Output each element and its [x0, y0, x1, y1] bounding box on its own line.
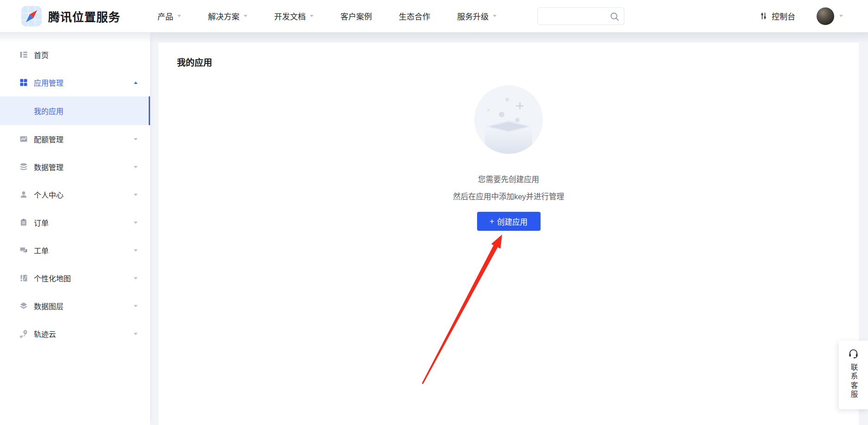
order-icon: [19, 218, 28, 227]
avatar-chevron-down-icon[interactable]: [839, 15, 843, 17]
chevron-down-icon: [134, 222, 138, 224]
chevron-down-icon: [177, 15, 181, 17]
deco-plus-icon: [516, 102, 523, 109]
sidebar-item-track-cloud[interactable]: 轨迹云: [0, 320, 150, 348]
sidebar-item-orders[interactable]: 订单: [0, 209, 150, 236]
search-icon[interactable]: [610, 12, 620, 22]
empty-state: 您需要先创建应用 然后在应用中添加key并进行管理 + 创建应用: [158, 85, 859, 231]
brand-title: 腾讯位置服务: [48, 8, 120, 25]
home-icon: [19, 51, 28, 59]
deco-dot: [499, 112, 504, 117]
chevron-down-icon: [493, 15, 497, 17]
brand-logo[interactable]: 腾讯位置服务: [21, 6, 120, 26]
empty-state-text-2: 然后在应用中添加key并进行管理: [453, 190, 564, 202]
sidebar-item-custom-map[interactable]: 个性化地图: [0, 264, 150, 292]
empty-box-illustration: [474, 85, 543, 154]
chevron-down-icon: [134, 166, 138, 168]
deco-dot: [505, 98, 509, 101]
console-label: 控制台: [772, 10, 795, 22]
sidebar: 首页 应用管理 我的应用 配额管理: [0, 32, 150, 425]
page-content: 首页 应用管理 我的应用 配额管理: [0, 32, 868, 425]
console-link[interactable]: 控制台: [760, 10, 795, 22]
sidebar-item-app-management[interactable]: 应用管理: [0, 69, 150, 96]
chevron-down-icon: [244, 15, 247, 17]
ticket-icon: [19, 246, 28, 254]
nav-item-ecosystem[interactable]: 生态合作: [399, 10, 430, 22]
chevron-up-icon: [134, 82, 138, 84]
sidebar-item-home[interactable]: 首页: [0, 41, 150, 69]
custom-map-icon: [19, 274, 28, 282]
plus-icon: +: [490, 217, 494, 226]
contact-support-widget[interactable]: 联系客服: [839, 341, 868, 409]
track-pin-icon: [19, 330, 28, 338]
person-icon: [19, 190, 28, 199]
chevron-down-icon: [310, 15, 314, 17]
layers-icon: [19, 302, 28, 310]
empty-state-text-1: 您需要先创建应用: [478, 173, 539, 184]
apps-icon: [19, 78, 28, 87]
main-panel: 我的应用 您需要先创建应用: [158, 43, 859, 425]
sidebar-item-quota[interactable]: 配额管理: [0, 125, 150, 153]
database-icon: [19, 163, 28, 171]
sidebar-item-personal-center[interactable]: 个人中心: [0, 181, 150, 209]
user-avatar[interactable]: [817, 7, 834, 25]
nav-item-products[interactable]: 产品: [157, 10, 181, 22]
header-search: [537, 7, 624, 25]
nav-item-docs[interactable]: 开发文档: [274, 10, 314, 22]
headset-icon: [848, 348, 859, 359]
chevron-down-icon: [134, 333, 138, 335]
deco-dot: [487, 109, 490, 111]
sidebar-item-data-management[interactable]: 数据管理: [0, 153, 150, 181]
chevron-down-icon: [134, 194, 138, 196]
chevron-down-icon: [134, 305, 138, 307]
quota-chart-icon: [19, 135, 28, 143]
page-title: 我的应用: [177, 56, 212, 68]
compass-logo-icon: [21, 6, 42, 26]
primary-nav: 产品 解决方案 开发文档 客户案例 生态合作 服务升级: [157, 10, 523, 22]
nav-item-cases[interactable]: 客户案例: [340, 10, 372, 22]
sliders-icon: [760, 12, 767, 20]
chevron-down-icon: [134, 249, 138, 252]
create-app-button[interactable]: + 创建应用: [477, 212, 541, 231]
sidebar-subitem-my-apps[interactable]: 我的应用: [0, 96, 150, 125]
deco-dot: [515, 118, 520, 122]
top-navbar: 腾讯位置服务 产品 解决方案 开发文档 客户案例 生态合作 服务升级: [0, 0, 868, 32]
create-app-button-label: 创建应用: [497, 216, 528, 227]
sidebar-item-tickets[interactable]: 工单: [0, 236, 150, 264]
nav-item-solutions[interactable]: 解决方案: [208, 10, 247, 22]
header-right-group: 控制台: [760, 7, 843, 25]
chevron-down-icon: [134, 277, 138, 279]
contact-support-label: 联系客服: [849, 363, 859, 400]
sidebar-item-data-layers[interactable]: 数据图层: [0, 292, 150, 320]
nav-item-upgrade[interactable]: 服务升级: [457, 10, 497, 22]
chevron-down-icon: [134, 138, 138, 140]
